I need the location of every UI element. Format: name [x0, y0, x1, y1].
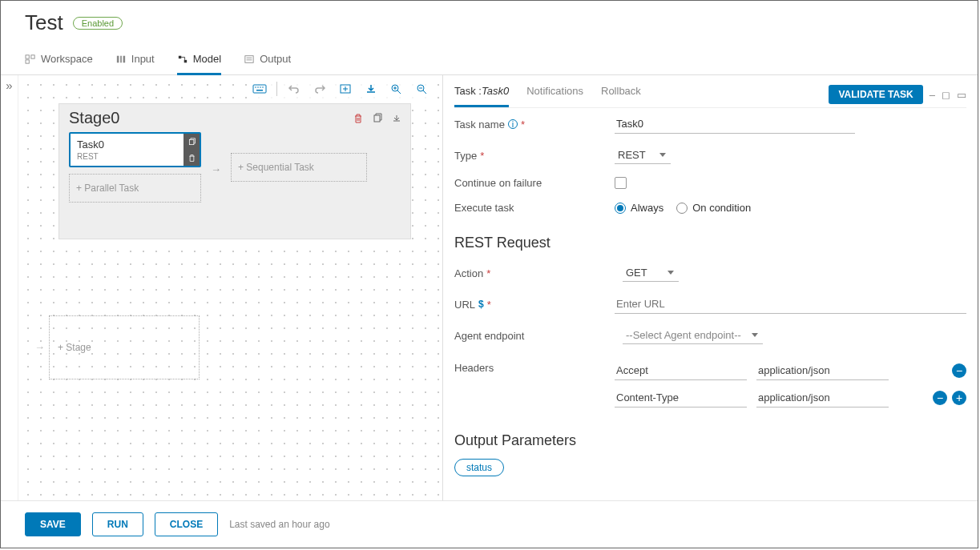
header-val-input[interactable]	[756, 361, 889, 380]
output-param-pill[interactable]: status	[454, 459, 504, 476]
task-card-name: Task0	[77, 139, 177, 151]
more-stage-icon[interactable]	[389, 111, 404, 126]
svg-rect-4	[120, 55, 122, 62]
tab-label: Workspace	[41, 53, 93, 65]
tab-input[interactable]: Input	[115, 46, 155, 75]
continue-on-failure-checkbox[interactable]	[615, 177, 627, 189]
header-key-input[interactable]	[615, 388, 747, 407]
keyboard-icon[interactable]	[251, 80, 268, 98]
restore-icon[interactable]: ◻	[942, 89, 950, 101]
maximize-icon[interactable]: ▭	[957, 89, 966, 101]
canvas[interactable]: Stage0 Task0 REST	[18, 75, 443, 500]
undo-icon[interactable]	[285, 80, 303, 98]
stage-container[interactable]: Stage0 Task0 REST	[58, 103, 411, 239]
svg-point-12	[260, 86, 261, 88]
svg-point-10	[255, 86, 256, 88]
header-val-input[interactable]	[756, 388, 889, 407]
tab-label: Model	[193, 53, 221, 65]
svg-rect-9	[253, 85, 266, 93]
output-icon	[244, 54, 255, 64]
details-tab-rollback[interactable]: Rollback	[601, 82, 641, 107]
tab-output[interactable]: Output	[244, 46, 291, 75]
task-delete-icon[interactable]	[183, 150, 200, 166]
tab-label: Input	[131, 53, 155, 65]
sequence-arrow-icon: →	[211, 160, 221, 175]
download-icon[interactable]	[362, 80, 380, 98]
main-tabs: Workspace Input Model Output	[1, 46, 978, 75]
add-parallel-task[interactable]: + Parallel Task	[69, 174, 201, 203]
validate-task-button[interactable]: VALIDATE TASK	[829, 85, 922, 104]
copy-stage-icon[interactable]	[370, 111, 385, 126]
svg-rect-7	[183, 59, 186, 62]
delete-stage-icon[interactable]	[351, 111, 365, 126]
details-tab-task[interactable]: Task :Task0	[454, 82, 509, 107]
svg-point-11	[257, 86, 259, 88]
svg-rect-6	[179, 55, 181, 58]
close-button[interactable]: CLOSE	[155, 512, 218, 536]
task-card-type: REST	[77, 152, 177, 161]
save-button[interactable]: SAVE	[25, 512, 81, 536]
add-stage[interactable]: + Stage	[49, 315, 200, 379]
variable-icon[interactable]: $	[478, 299, 484, 310]
tab-model[interactable]: Model	[177, 46, 221, 75]
add-header-icon[interactable]: +	[952, 391, 966, 405]
input-icon	[115, 54, 127, 64]
agent-endpoint-select[interactable]: --Select Agent endpoint--	[623, 327, 763, 344]
task-card[interactable]: Task0 REST	[69, 132, 201, 167]
expand-handle[interactable]: »	[1, 75, 18, 500]
minimize-icon[interactable]: –	[930, 89, 935, 101]
page-title: Test	[25, 10, 63, 35]
remove-header-icon[interactable]: −	[933, 391, 947, 405]
details-tab-notifications[interactable]: Notifications	[526, 82, 583, 107]
header-key-input[interactable]	[615, 361, 747, 380]
svg-rect-3	[117, 55, 119, 62]
status-badge: Enabled	[73, 17, 123, 30]
remove-header-icon[interactable]: −	[952, 363, 966, 378]
last-saved-text: Last saved an hour ago	[229, 519, 329, 530]
task-name-input[interactable]	[615, 114, 855, 134]
details-panel: Task :Task0 Notifications Rollback VALID…	[443, 75, 978, 500]
svg-rect-19	[189, 139, 194, 144]
rest-request-heading: REST Request	[454, 235, 966, 251]
svg-rect-1	[31, 54, 34, 58]
redo-icon[interactable]	[311, 80, 329, 98]
execute-always-radio[interactable]: Always	[615, 202, 663, 214]
add-sequential-task[interactable]: + Sequential Task	[231, 153, 367, 182]
svg-rect-0	[26, 54, 29, 58]
execute-oncondition-radio[interactable]: On condition	[676, 202, 751, 214]
model-icon	[177, 54, 188, 64]
zoom-in-icon[interactable]	[388, 80, 405, 98]
task-copy-icon[interactable]	[183, 134, 200, 150]
svg-rect-2	[26, 59, 29, 62]
svg-rect-18	[374, 115, 380, 122]
stage-arrow-icon: →	[34, 341, 45, 353]
type-select[interactable]: REST	[615, 147, 671, 164]
tab-label: Output	[260, 53, 291, 65]
fit-icon[interactable]	[337, 80, 354, 98]
info-icon[interactable]: i	[508, 119, 518, 129]
svg-point-13	[262, 86, 264, 88]
action-select[interactable]: GET	[623, 264, 679, 282]
canvas-toolbar	[248, 78, 434, 100]
workspace-icon	[25, 54, 36, 64]
stage-title: Stage0	[69, 109, 346, 127]
tab-workspace[interactable]: Workspace	[25, 46, 93, 75]
url-input[interactable]	[615, 295, 966, 314]
svg-rect-5	[123, 55, 125, 62]
output-parameters-heading: Output Parameters	[454, 432, 966, 449]
zoom-out-icon[interactable]	[413, 80, 431, 98]
run-button[interactable]: RUN	[92, 512, 143, 536]
svg-rect-8	[245, 55, 253, 62]
svg-rect-14	[256, 90, 263, 91]
